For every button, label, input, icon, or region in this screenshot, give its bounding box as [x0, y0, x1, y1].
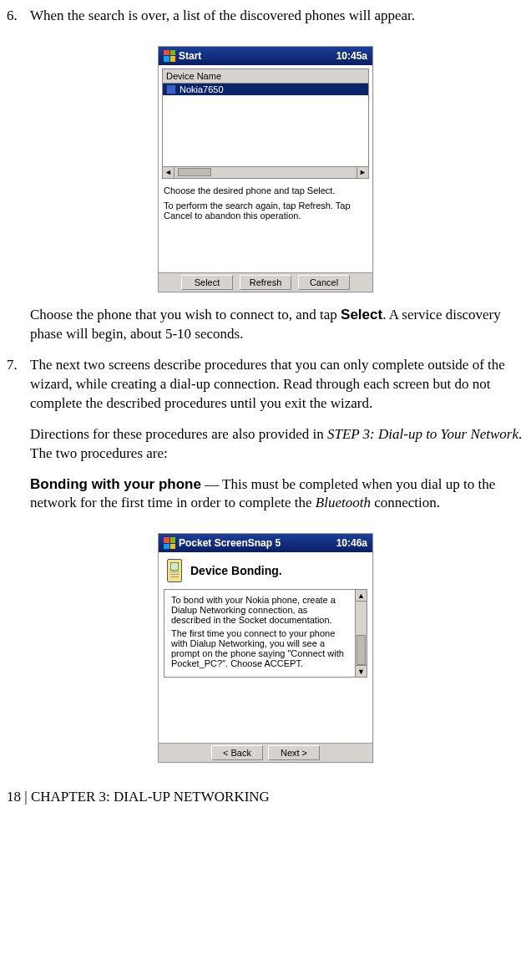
hint-line-1: Choose the desired phone and tap Select. — [164, 185, 367, 195]
screenshot-device-list: Start 10:45a Device Name Nokia7650 ◄ ► C… — [158, 46, 373, 292]
next-button[interactable]: Next > — [268, 745, 320, 760]
list-number-7: 7. — [7, 356, 30, 526]
device-name-label: Nokia7650 — [180, 84, 224, 94]
scroll-track[interactable] — [356, 602, 367, 665]
instruction-textbox: To bond with your Nokia phone, create a … — [164, 589, 367, 678]
windows-start-icon — [164, 537, 175, 549]
hint-line-2: To perform the search again, tap Refresh… — [164, 201, 367, 221]
device-listbox[interactable]: Device Name Nokia7650 — [162, 69, 369, 167]
scroll-right-arrow-icon[interactable]: ► — [357, 167, 368, 178]
column-header-device-name[interactable]: Device Name — [163, 69, 368, 84]
scroll-up-arrow-icon[interactable]: ▲ — [356, 590, 367, 602]
window-title: Pocket ScreenSnap 5 — [179, 537, 336, 549]
vertical-scrollbar[interactable]: ▲ ▼ — [355, 590, 367, 677]
window-title: Start — [179, 50, 336, 62]
scroll-left-arrow-icon[interactable]: ◄ — [163, 167, 174, 178]
clock-time: 10:45a — [336, 50, 367, 62]
step7-p2: Directions for these procedures are also… — [30, 425, 524, 464]
step6-intro: When the search is over, a list of the d… — [30, 7, 524, 26]
step6-after: Choose the phone that you wish to connec… — [30, 306, 524, 344]
horizontal-scrollbar[interactable]: ◄ ► — [162, 167, 369, 179]
softkey-bar: < Back Next > — [159, 743, 372, 762]
clock-time: 10:46a — [336, 537, 367, 549]
list-number-6: 6. — [7, 7, 30, 38]
page-footer: 18 | CHAPTER 3: DIAL-UP NETWORKING — [7, 788, 524, 807]
scroll-down-arrow-icon[interactable]: ▼ — [356, 665, 367, 677]
device-row[interactable]: Nokia7650 — [163, 84, 368, 95]
phone-icon — [167, 559, 182, 582]
screenshot-device-bonding: Pocket ScreenSnap 5 10:46a Device Bondin… — [158, 533, 373, 763]
window-titlebar: Pocket ScreenSnap 5 10:46a — [159, 534, 372, 552]
step7-bonding: Bonding with your phone — This must be c… — [30, 475, 524, 514]
scroll-track[interactable] — [174, 167, 357, 178]
select-button[interactable]: Select — [181, 275, 233, 290]
step7-p1: The next two screens describe procedures… — [30, 356, 524, 414]
scroll-thumb[interactable] — [357, 635, 366, 665]
refresh-button[interactable]: Refresh — [240, 275, 291, 290]
window-titlebar: Start 10:45a — [159, 47, 372, 65]
bonding-para-2: The first time you connect to your phone… — [171, 628, 348, 668]
bonding-heading: Device Bonding. — [190, 564, 282, 577]
softkey-bar: Select Refresh Cancel — [159, 272, 372, 292]
windows-start-icon — [164, 50, 175, 62]
cancel-button[interactable]: Cancel — [298, 275, 350, 290]
scroll-thumb[interactable] — [178, 168, 211, 176]
back-button[interactable]: < Back — [211, 745, 263, 760]
phone-icon — [166, 84, 176, 94]
bonding-para-1: To bond with your Nokia phone, create a … — [171, 595, 348, 625]
